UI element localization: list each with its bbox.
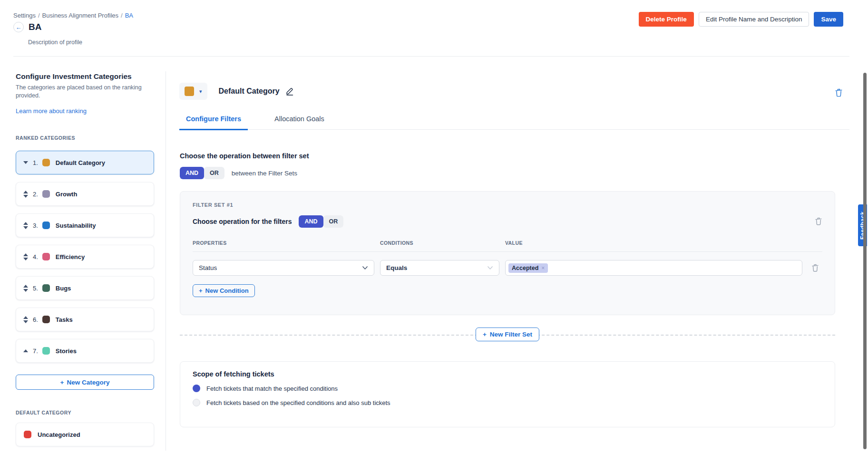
scope-option-match[interactable]: Fetch tickets that match the specified c… [193, 385, 822, 392]
category-list: 1. Default Category 2. Growth 3. Sustain… [16, 151, 154, 363]
category-item-growth[interactable]: 2. Growth [16, 182, 154, 206]
category-item-sustainability[interactable]: 3. Sustainability [16, 213, 154, 237]
header-divider [13, 56, 849, 57]
property-select[interactable]: Status [193, 260, 374, 276]
filter-set-panel: FILTER SET #1 Choose operation for the f… [180, 191, 835, 315]
filter-set-label: FILTER SET #1 [193, 202, 822, 208]
new-category-button[interactable]: + New Category [16, 375, 154, 390]
move-up-icon[interactable] [23, 316, 28, 319]
move-up-icon[interactable] [23, 253, 28, 256]
category-color-swatch [42, 190, 50, 198]
move-down-icon[interactable] [23, 289, 28, 292]
move-down-icon[interactable] [23, 195, 28, 198]
conditions-column-header: CONDITIONS [380, 240, 499, 246]
tab-configure-filters[interactable]: Configure Filters [179, 113, 248, 130]
breadcrumb-settings[interactable]: Settings [13, 12, 36, 19]
page-title: BA [29, 22, 41, 32]
profile-description: Description of profile [28, 39, 82, 46]
edit-category-name-icon[interactable] [285, 87, 294, 96]
vertical-scrollbar[interactable] [863, 73, 867, 449]
radio-unselected-icon[interactable] [193, 399, 200, 406]
value-input[interactable]: Accepted × [505, 260, 802, 276]
move-down-icon[interactable] [23, 258, 28, 260]
operator-suffix-text: between the Filter Sets [232, 170, 297, 177]
category-title: Default Category [219, 87, 280, 96]
category-color-swatch [42, 159, 50, 166]
move-down-icon[interactable] [23, 320, 28, 323]
chevron-down-icon [362, 266, 368, 270]
category-item-bugs[interactable]: 5. Bugs [16, 276, 154, 300]
category-color-swatch [24, 431, 31, 438]
save-button[interactable]: Save [814, 12, 843, 27]
sidebar-subheading: The categories are placed based on the r… [16, 84, 154, 100]
delete-condition-icon[interactable] [808, 264, 822, 272]
back-button[interactable]: ← [13, 22, 24, 32]
chevron-down-icon [487, 266, 493, 270]
category-item-tasks[interactable]: 6. Tasks [16, 308, 154, 331]
category-item-uncategorized[interactable]: Uncategorized [16, 423, 154, 446]
move-down-icon[interactable] [23, 161, 28, 164]
scope-panel: Scope of fetching tickets Fetch tickets … [180, 361, 835, 427]
sidebar-main-divider [166, 71, 166, 451]
properties-column-header: PROPERTIES [193, 240, 374, 246]
operation-section-heading: Choose the operation between filter set [180, 152, 309, 160]
tab-allocation-goals[interactable]: Allocation Goals [268, 113, 331, 129]
category-item-stories[interactable]: 7. Stories [16, 339, 154, 363]
condition-select[interactable]: Equals [380, 260, 499, 276]
category-color-swatch [42, 316, 50, 323]
condition-row: Status Equals Accepted × [193, 260, 822, 276]
delete-category-icon[interactable] [835, 88, 843, 99]
move-up-icon[interactable] [23, 285, 28, 288]
columns-divider [193, 251, 822, 252]
sidebar: Configure Investment Categories The cate… [16, 67, 154, 446]
category-color-swatch [42, 284, 50, 292]
move-up-icon[interactable] [23, 349, 28, 352]
delete-profile-button[interactable]: Delete Profile [639, 12, 694, 27]
category-color-swatch [42, 253, 50, 260]
filters-or-toggle[interactable]: OR [323, 215, 344, 228]
sidebar-heading: Configure Investment Categories [16, 72, 154, 81]
category-item-default-category[interactable]: 1. Default Category [16, 151, 154, 174]
breadcrumb: Settings/Business Alignment Profiles/BA [13, 12, 133, 19]
move-down-icon[interactable] [23, 226, 28, 229]
scope-option-sub-tickets[interactable]: Fetch tickets based on the specified con… [193, 399, 822, 406]
delete-filter-set-icon[interactable] [815, 217, 822, 227]
breadcrumb-current: BA [125, 12, 133, 19]
tabs: Configure Filters Allocation Goals [179, 113, 849, 130]
learn-more-link[interactable]: Learn more about ranking [16, 107, 87, 115]
selected-color-swatch [185, 87, 194, 96]
category-color-swatch [42, 222, 50, 229]
filter-sets-or-toggle[interactable]: OR [204, 167, 224, 179]
filter-set-operation-heading: Choose operation for the filters [193, 218, 292, 225]
filter-sets-and-toggle[interactable]: AND [180, 167, 204, 179]
scope-heading: Scope of fetching tickets [193, 370, 822, 378]
breadcrumb-profiles[interactable]: Business Alignment Profiles [42, 12, 118, 19]
filter-sets-operator-toggle: AND OR [180, 167, 224, 179]
remove-value-icon[interactable]: × [541, 265, 545, 271]
category-color-picker[interactable]: ▾ [179, 83, 207, 100]
header-actions: Delete Profile Edit Profile Name and Des… [639, 12, 843, 27]
plus-icon: + [199, 287, 203, 294]
plus-icon: + [483, 331, 487, 338]
ranked-categories-label: RANKED CATEGORIES [16, 135, 154, 141]
plus-icon: + [60, 379, 64, 386]
new-filter-set-divider: + New Filter Set [180, 328, 835, 343]
move-up-icon[interactable] [23, 222, 28, 225]
main-panel: ▾ Default Category Configure Filters All… [179, 76, 849, 453]
default-category-label: DEFAULT CATEGORY [16, 410, 154, 415]
value-chip: Accepted × [508, 263, 548, 273]
back-arrow-icon: ← [16, 24, 22, 31]
filters-and-toggle[interactable]: AND [299, 215, 323, 228]
new-filter-set-button[interactable]: + New Filter Set [476, 328, 539, 341]
edit-profile-button[interactable]: Edit Profile Name and Description [699, 12, 809, 27]
category-color-swatch [42, 347, 50, 355]
caret-down-icon: ▾ [199, 88, 202, 95]
move-up-icon[interactable] [23, 191, 28, 193]
category-item-efficiency[interactable]: 4. Efficiency [16, 245, 154, 269]
value-column-header: VALUE [505, 240, 802, 246]
new-condition-button[interactable]: + New Condition [193, 284, 255, 297]
radio-selected-icon[interactable] [193, 385, 200, 392]
filters-operator-toggle: AND OR [299, 215, 343, 228]
